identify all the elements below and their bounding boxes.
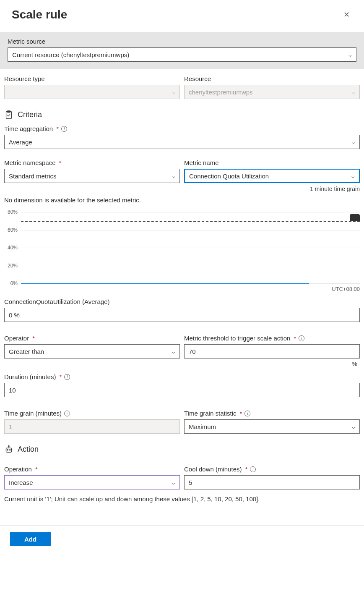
y-tick: 40% [1,245,18,251]
cooldown-label: Cool down (minutes)* i [184,466,360,473]
resource-label: Resource [184,75,360,82]
resource-value: chenyltestpremiumwps [189,89,253,96]
time-grain-stat-select[interactable]: Maximum ⌵ [184,419,360,434]
operator-value: Greater than [9,348,44,355]
no-dimension-text: No dimension is available for the select… [0,192,364,204]
panel-title: Scale rule [12,8,67,21]
resource-type-label: Resource type [4,75,180,82]
threshold-value: 70 [189,348,196,355]
metric-source-label: Metric source [8,38,356,45]
info-icon[interactable]: i [64,374,70,380]
time-aggregation-select[interactable]: Average ⌵ [4,135,360,149]
info-icon[interactable]: i [61,126,67,132]
threshold-unit: % [184,360,360,367]
operator-label-text: Operator [4,335,29,342]
action-heading: Action [4,445,360,454]
duration-label: Duration (minutes)* i [4,373,360,380]
duration-value: 10 [9,387,16,394]
time-grain-label: Time grain (minutes) i [4,410,180,417]
clipboard-check-icon [4,110,13,119]
svg-rect-2 [6,448,12,452]
metric-value-text: 0 % [9,311,20,319]
resource-select: chenyltestpremiumwps ⌵ [184,85,360,99]
time-aggregation-label: Time aggregation* i [4,125,360,132]
metric-source-select[interactable]: Current resource (chenyltestpremiumwps) … [8,47,356,62]
add-button[interactable]: Add [10,532,51,546]
chevron-down-icon: ⌵ [172,173,175,179]
y-tick: 80% [1,209,18,215]
metric-value-label: ConnectionQuotaUtilization (Average) [4,298,360,305]
svg-point-5 [8,445,9,446]
resource-type-select: ⌵ [4,85,180,99]
cooldown-value: 5 [189,479,192,486]
criteria-heading: Criteria [4,110,360,119]
close-icon[interactable]: ✕ [341,8,352,22]
svg-point-3 [7,450,8,450]
time-aggregation-value: Average [9,139,32,146]
y-tick: 60% [1,227,18,233]
chevron-down-icon: ⌵ [352,139,355,145]
metric-value-display: 0 % [4,308,360,322]
operator-select[interactable]: Greater than ⌵ [4,344,180,359]
chart-timezone: UTC+08:00 [4,286,360,292]
duration-input[interactable]: 10 [4,383,360,397]
metric-source-value: Current resource (chenyltestpremiumwps) [12,51,129,58]
info-icon[interactable]: i [250,466,256,472]
operator-label: Operator* [4,335,180,342]
metric-name-label: Metric name [184,159,360,166]
time-grain-stat-label-text: Time grain statistic [184,410,236,417]
action-heading-text: Action [18,445,39,454]
metric-namespace-select[interactable]: Standard metrics ⌵ [4,169,180,183]
chevron-down-icon: ⌵ [172,479,175,486]
data-line [21,283,309,284]
chevron-down-icon: ⌵ [352,424,355,430]
operation-label: Operation* [4,466,180,473]
duration-label-text: Duration (minutes) [4,373,56,380]
chart-tooltip [350,214,360,221]
time-grain-hint: 1 minute time grain [184,186,360,192]
time-grain-value: 1 [9,423,12,430]
info-icon[interactable]: i [64,411,70,416]
metric-namespace-value: Standard metrics [9,173,56,180]
threshold-input[interactable]: 70 [184,344,360,359]
threshold-line [21,221,360,222]
unit-note: Current unit is '1'; Unit can scale up a… [0,489,364,508]
chevron-down-icon: ⌵ [348,52,352,58]
operation-label-text: Operation [4,466,32,473]
cooldown-label-text: Cool down (minutes) [184,466,242,473]
time-grain-label-text: Time grain (minutes) [4,410,62,417]
metric-name-select[interactable]: Connection Quota Utilization ⌵ [184,169,360,183]
y-tick: 20% [1,263,18,269]
time-grain-stat-label: Time grain statistic* i [184,410,360,417]
chevron-down-icon: ⌵ [351,173,355,179]
metric-name-value: Connection Quota Utilization [189,173,269,180]
svg-point-4 [10,450,10,450]
info-icon[interactable]: i [244,411,250,416]
y-tick: 0% [1,280,18,286]
info-icon[interactable]: i [299,335,304,341]
time-grain-input: 1 [4,419,180,434]
chevron-down-icon: ⌵ [172,89,175,95]
metric-namespace-label-text: Metric namespace [4,159,56,166]
criteria-heading-text: Criteria [18,110,42,119]
threshold-label: Metric threshold to trigger scale action… [184,335,360,342]
operation-select[interactable]: Increase ⌵ [4,475,180,489]
robot-icon [4,445,13,454]
time-aggregation-label-text: Time aggregation [4,125,53,132]
time-grain-stat-value: Maximum [189,423,216,430]
cooldown-input[interactable]: 5 [184,475,360,489]
chevron-down-icon: ⌵ [352,89,355,95]
chevron-down-icon: ⌵ [172,348,175,355]
metric-namespace-label: Metric namespace* [4,159,180,166]
operation-value: Increase [9,479,33,486]
threshold-label-text: Metric threshold to trigger scale action [184,335,290,342]
metric-chart: 80% 60% 40% 20% 0% UTC+08:00 [0,208,364,292]
